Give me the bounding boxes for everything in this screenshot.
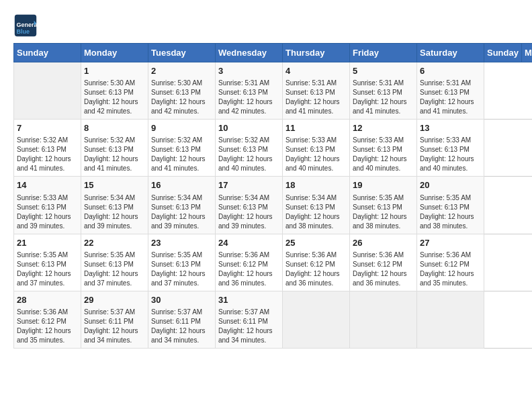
cell-info: Sunrise: 5:33 AMSunset: 6:13 PMDaylight:… [17,193,78,231]
day-number: 7 [17,122,78,134]
cell-info: Sunrise: 5:37 AMSunset: 6:11 PMDaylight:… [151,308,212,345]
cell-info: Sunrise: 5:35 AMSunset: 6:13 PMDaylight:… [17,250,78,288]
calendar-cell: 2Sunrise: 5:30 AMSunset: 6:13 PMDaylight… [148,62,216,120]
header-saturday: Saturday [417,44,484,62]
day-number: 3 [218,65,279,77]
cell-info: Sunrise: 5:33 AMSunset: 6:13 PMDaylight:… [420,136,481,173]
day-number: 9 [151,122,212,134]
day-number: 13 [420,122,481,134]
header-monday: Monday [81,44,148,62]
cell-info: Sunrise: 5:32 AMSunset: 6:13 PMDaylight:… [218,136,279,173]
calendar-cell: 14Sunrise: 5:33 AMSunset: 6:13 PMDayligh… [14,177,81,234]
day-number: 23 [151,237,212,249]
calendar-cell: 1Sunrise: 5:30 AMSunset: 6:13 PMDaylight… [81,62,148,120]
cell-info: Sunrise: 5:34 AMSunset: 6:13 PMDaylight:… [84,193,145,231]
calendar-cell: 6Sunrise: 5:31 AMSunset: 6:13 PMDaylight… [417,62,484,120]
day-number: 22 [84,237,145,249]
cell-info: Sunrise: 5:36 AMSunset: 6:12 PMDaylight:… [353,250,414,288]
cell-info: Sunrise: 5:31 AMSunset: 6:13 PMDaylight:… [420,79,481,116]
cell-info: Sunrise: 5:34 AMSunset: 6:13 PMDaylight:… [285,193,347,231]
calendar-cell: 27Sunrise: 5:36 AMSunset: 6:12 PMDayligh… [417,234,484,291]
day-number: 10 [218,122,279,134]
svg-text:Blue: Blue [17,28,30,35]
calendar-cell: 9Sunrise: 5:32 AMSunset: 6:13 PMDaylight… [148,120,216,177]
day-number: 28 [17,294,78,306]
calendar-header-row: SundayMondayTuesdayWednesdayThursdayFrid… [14,44,533,62]
calendar-cell [350,291,417,348]
cell-info: Sunrise: 5:35 AMSunset: 6:13 PMDaylight:… [151,250,212,288]
day-number: 18 [285,179,347,191]
cell-info: Sunrise: 5:31 AMSunset: 6:13 PMDaylight:… [353,79,414,116]
header-sunday: Sunday [484,44,522,62]
day-number: 16 [151,179,212,191]
header-sunday: Sunday [14,44,81,62]
calendar-cell: 30Sunrise: 5:37 AMSunset: 6:11 PMDayligh… [148,291,216,348]
cell-info: Sunrise: 5:30 AMSunset: 6:13 PMDaylight:… [84,79,145,116]
calendar-cell: 28Sunrise: 5:36 AMSunset: 6:12 PMDayligh… [14,291,81,348]
calendar-cell [417,291,484,348]
calendar-cell: 13Sunrise: 5:33 AMSunset: 6:13 PMDayligh… [417,120,484,177]
calendar-cell: 3Sunrise: 5:31 AMSunset: 6:13 PMDaylight… [216,62,283,120]
cell-info: Sunrise: 5:36 AMSunset: 6:12 PMDaylight:… [420,250,481,288]
day-number: 11 [285,122,347,134]
cell-info: Sunrise: 5:32 AMSunset: 6:13 PMDaylight:… [17,136,78,173]
day-number: 15 [84,179,145,191]
day-number: 21 [17,237,78,249]
day-number: 27 [420,237,481,249]
calendar-cell: 18Sunrise: 5:34 AMSunset: 6:13 PMDayligh… [283,177,350,234]
day-number: 5 [353,65,414,77]
header-thursday: Thursday [283,44,350,62]
calendar-week-row: 21Sunrise: 5:35 AMSunset: 6:13 PMDayligh… [14,234,533,291]
calendar-cell: 10Sunrise: 5:32 AMSunset: 6:13 PMDayligh… [216,120,283,177]
calendar-week-row: 7Sunrise: 5:32 AMSunset: 6:13 PMDaylight… [14,120,533,177]
day-number: 4 [285,65,347,77]
cell-info: Sunrise: 5:35 AMSunset: 6:13 PMDaylight:… [420,193,481,231]
calendar-table: SundayMondayTuesdayWednesdayThursdayFrid… [13,43,532,349]
cell-info: Sunrise: 5:36 AMSunset: 6:12 PMDaylight:… [17,308,78,345]
calendar-cell: 31Sunrise: 5:37 AMSunset: 6:11 PMDayligh… [216,291,283,348]
calendar-cell: 19Sunrise: 5:35 AMSunset: 6:13 PMDayligh… [350,177,417,234]
calendar-cell: 7Sunrise: 5:32 AMSunset: 6:13 PMDaylight… [14,120,81,177]
calendar-cell: 22Sunrise: 5:35 AMSunset: 6:13 PMDayligh… [81,234,148,291]
calendar-cell: 17Sunrise: 5:34 AMSunset: 6:13 PMDayligh… [216,177,283,234]
day-number: 17 [218,179,279,191]
page-header: General Blue [13,13,519,38]
calendar-cell: 25Sunrise: 5:36 AMSunset: 6:12 PMDayligh… [283,234,350,291]
header-friday: Friday [350,44,417,62]
header-wednesday: Wednesday [216,44,283,62]
cell-info: Sunrise: 5:34 AMSunset: 6:13 PMDaylight:… [218,193,279,231]
day-number: 2 [151,65,212,77]
logo-icon: General Blue [13,13,38,38]
cell-info: Sunrise: 5:34 AMSunset: 6:13 PMDaylight:… [151,193,212,231]
header-tuesday: Tuesday [148,44,216,62]
calendar-cell: 26Sunrise: 5:36 AMSunset: 6:12 PMDayligh… [350,234,417,291]
calendar-cell: 11Sunrise: 5:33 AMSunset: 6:13 PMDayligh… [283,120,350,177]
calendar-cell: 24Sunrise: 5:36 AMSunset: 6:12 PMDayligh… [216,234,283,291]
cell-info: Sunrise: 5:37 AMSunset: 6:11 PMDaylight:… [84,308,145,345]
calendar-cell: 15Sunrise: 5:34 AMSunset: 6:13 PMDayligh… [81,177,148,234]
cell-info: Sunrise: 5:33 AMSunset: 6:13 PMDaylight:… [285,136,347,173]
calendar-cell: 20Sunrise: 5:35 AMSunset: 6:13 PMDayligh… [417,177,484,234]
cell-info: Sunrise: 5:31 AMSunset: 6:13 PMDaylight:… [218,79,279,116]
calendar-week-row: 1Sunrise: 5:30 AMSunset: 6:13 PMDaylight… [14,62,533,120]
calendar-cell: 4Sunrise: 5:31 AMSunset: 6:13 PMDaylight… [283,62,350,120]
calendar-cell: 29Sunrise: 5:37 AMSunset: 6:11 PMDayligh… [81,291,148,348]
day-number: 19 [353,179,414,191]
cell-info: Sunrise: 5:35 AMSunset: 6:13 PMDaylight:… [84,250,145,288]
day-number: 14 [17,179,78,191]
day-number: 8 [84,122,145,134]
cell-info: Sunrise: 5:35 AMSunset: 6:13 PMDaylight:… [353,193,414,231]
calendar-cell: 21Sunrise: 5:35 AMSunset: 6:13 PMDayligh… [14,234,81,291]
calendar-cell: 5Sunrise: 5:31 AMSunset: 6:13 PMDaylight… [350,62,417,120]
cell-info: Sunrise: 5:37 AMSunset: 6:11 PMDaylight:… [218,308,279,345]
cell-info: Sunrise: 5:31 AMSunset: 6:13 PMDaylight:… [285,79,347,116]
day-number: 1 [84,65,145,77]
calendar-cell: 8Sunrise: 5:32 AMSunset: 6:13 PMDaylight… [81,120,148,177]
cell-info: Sunrise: 5:32 AMSunset: 6:13 PMDaylight:… [151,136,212,173]
calendar-cell: 16Sunrise: 5:34 AMSunset: 6:13 PMDayligh… [148,177,216,234]
day-number: 6 [420,65,481,77]
cell-info: Sunrise: 5:30 AMSunset: 6:13 PMDaylight:… [151,79,212,116]
day-number: 25 [285,237,347,249]
cell-info: Sunrise: 5:36 AMSunset: 6:12 PMDaylight:… [285,250,347,288]
calendar-cell: 12Sunrise: 5:33 AMSunset: 6:13 PMDayligh… [350,120,417,177]
